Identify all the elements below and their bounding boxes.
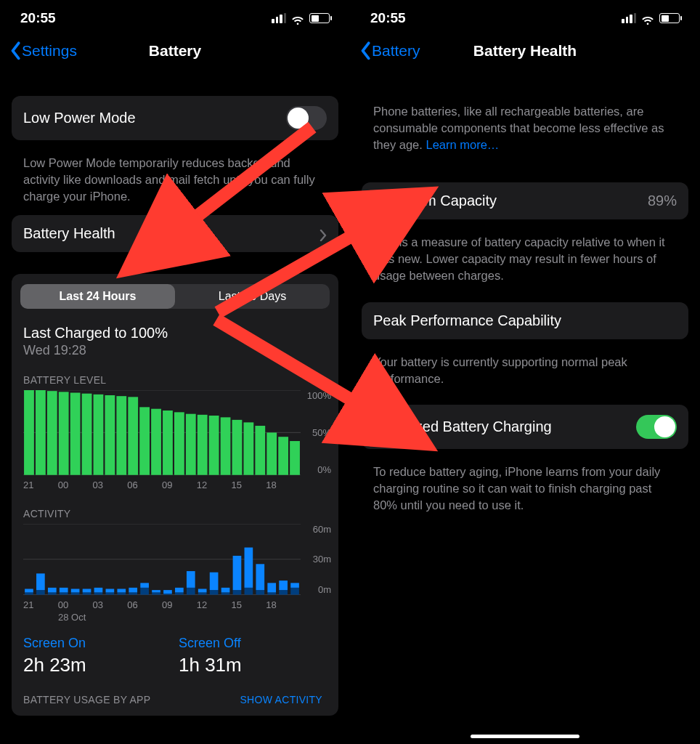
back-label: Battery: [372, 42, 420, 60]
svg-rect-9: [94, 395, 104, 475]
peak-performance-label: Peak Performance Capability: [373, 312, 561, 329]
battery-level-chart: [23, 390, 301, 475]
back-button[interactable]: Battery: [360, 42, 420, 60]
svg-rect-17: [186, 414, 196, 475]
home-indicator[interactable]: [471, 735, 579, 738]
activity-chart: [23, 524, 301, 595]
svg-rect-11: [116, 396, 126, 475]
svg-rect-49: [129, 588, 137, 593]
svg-rect-23: [255, 426, 265, 475]
battery-health-label: Battery Health: [23, 225, 115, 242]
svg-rect-76: [290, 588, 299, 595]
svg-rect-57: [175, 588, 184, 593]
chevron-left-icon: [360, 43, 370, 59]
svg-rect-67: [233, 556, 242, 590]
svg-rect-5: [47, 391, 57, 475]
svg-rect-22: [243, 423, 253, 475]
svg-rect-37: [60, 588, 68, 593]
svg-rect-8: [82, 394, 92, 475]
svg-rect-19: [209, 416, 219, 475]
peak-performance-row[interactable]: Peak Performance Capability: [362, 302, 688, 339]
svg-rect-62: [210, 590, 219, 595]
status-time: 20:55: [370, 10, 406, 26]
screen-off-value: 1h 31m: [179, 654, 327, 676]
battery-health-row[interactable]: Battery Health: [12, 215, 338, 252]
battery-health-screen: 20:55 Battery Battery Health Phone batte…: [350, 0, 700, 744]
svg-rect-36: [60, 592, 68, 594]
screen-usage-row: Screen On 2h 23m Screen Off 1h 31m: [12, 623, 338, 676]
battery-screen: 20:55 Settings Battery Low Power Mode: [0, 0, 350, 744]
svg-rect-51: [140, 583, 149, 588]
svg-rect-42: [94, 592, 103, 594]
lpm-note: Low Power Mode temporarily reduces backg…: [0, 147, 350, 208]
status-time: 20:55: [20, 10, 56, 26]
svg-rect-66: [233, 590, 242, 595]
svg-rect-40: [83, 592, 91, 594]
wifi-icon: [641, 13, 654, 23]
optimized-charging-note: To reduce battery aging, iPhone learns f…: [350, 456, 700, 517]
svg-rect-50: [140, 588, 149, 595]
battery-level-label: BATTERY LEVEL: [12, 368, 338, 390]
svg-rect-20: [221, 418, 231, 475]
optimized-charging-toggle[interactable]: [636, 415, 677, 439]
activity-label: ACTIVITY: [12, 502, 338, 524]
svg-rect-44: [106, 592, 115, 594]
chart1-ylabels: 100%50%0%: [307, 390, 331, 475]
learn-more-link[interactable]: Learn more…: [426, 138, 499, 151]
usage-card: Last 24 Hours Last 10 Days Last Charged …: [12, 274, 338, 715]
svg-rect-41: [83, 589, 91, 592]
svg-rect-69: [245, 548, 253, 588]
svg-rect-24: [266, 433, 277, 475]
svg-rect-54: [163, 594, 172, 595]
svg-rect-60: [198, 592, 207, 594]
svg-rect-52: [152, 592, 160, 594]
svg-rect-45: [106, 589, 115, 592]
max-capacity-note: This is a measure of battery capacity re…: [350, 227, 700, 287]
time-range-segment[interactable]: Last 24 Hours Last 10 Days: [20, 284, 330, 309]
svg-rect-61: [198, 589, 207, 592]
cellular-icon: [272, 13, 286, 23]
svg-rect-77: [290, 583, 299, 588]
svg-rect-56: [175, 592, 184, 594]
low-power-mode-row[interactable]: Low Power Mode: [12, 96, 338, 140]
status-indicators: [272, 13, 330, 23]
svg-rect-32: [36, 590, 45, 595]
svg-rect-58: [187, 588, 195, 595]
seg-10d[interactable]: Last 10 Days: [175, 284, 330, 309]
svg-rect-31: [25, 589, 33, 592]
svg-rect-12: [128, 397, 138, 475]
seg-24h[interactable]: Last 24 Hours: [20, 284, 175, 309]
svg-rect-4: [36, 390, 46, 475]
status-indicators: [622, 13, 680, 23]
svg-rect-46: [117, 592, 126, 594]
back-button[interactable]: Settings: [10, 42, 77, 60]
optimized-charging-row[interactable]: Optimized Battery Charging: [362, 405, 688, 449]
cellular-icon: [622, 13, 636, 23]
svg-rect-38: [71, 592, 80, 594]
nav-header: Settings Battery: [0, 29, 350, 74]
nav-header: Battery Battery Health: [350, 29, 700, 74]
intro-note: Phone batteries, like all rechargeable b…: [350, 96, 700, 156]
last-charged-sub: Wed 19:28: [12, 343, 338, 368]
chevron-left-icon: [10, 43, 20, 59]
svg-rect-14: [151, 409, 161, 475]
status-bar: 20:55: [0, 0, 350, 29]
status-bar: 20:55: [350, 0, 700, 29]
chart2-ylabels: 60m30m0m: [313, 524, 331, 595]
max-capacity-value: 89%: [648, 193, 677, 209]
show-activity-link[interactable]: SHOW ACTIVITY: [240, 694, 322, 705]
lpm-toggle[interactable]: [286, 106, 327, 130]
svg-rect-75: [279, 581, 288, 590]
last-charged-title: Last Charged to 100%: [12, 319, 338, 343]
svg-rect-70: [256, 590, 264, 595]
svg-rect-16: [174, 413, 184, 475]
chart1-xaxis: 2100030609121518: [12, 475, 338, 490]
svg-rect-3: [24, 390, 34, 475]
svg-rect-35: [48, 588, 57, 593]
svg-rect-18: [198, 415, 208, 475]
svg-rect-33: [36, 573, 45, 590]
max-capacity-row[interactable]: Maximum Capacity 89%: [362, 182, 688, 219]
svg-rect-13: [139, 408, 150, 475]
svg-rect-59: [187, 571, 195, 588]
svg-rect-72: [267, 592, 276, 594]
